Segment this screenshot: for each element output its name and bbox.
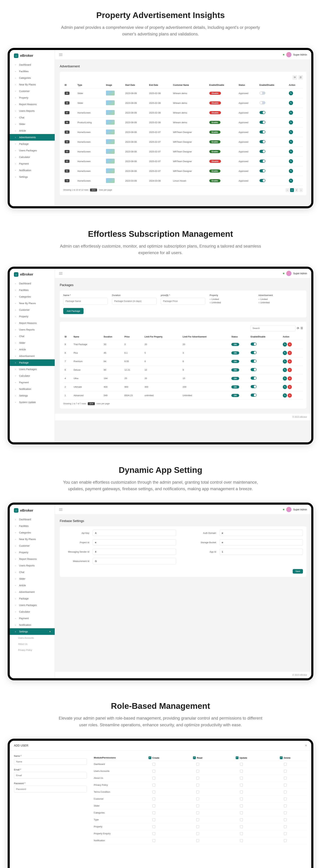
enable-toggle[interactable] <box>251 368 257 371</box>
refresh-icon[interactable]: ⟳ <box>297 327 299 330</box>
sidebar-item-payment[interactable]: ▫Payment <box>10 160 55 167</box>
sidebar-item-article[interactable]: ▫Article <box>10 582 55 589</box>
sidebar-item-dashboard[interactable]: ▫Dashboard <box>10 516 55 523</box>
checkbox-read[interactable] <box>196 784 199 786</box>
sidebar-item-dashboard[interactable]: ▫Dashboard <box>10 280 55 287</box>
sidebar-item-package[interactable]: ▫Package <box>10 359 55 366</box>
checkbox-update[interactable] <box>240 784 243 786</box>
sidebar-item-slider[interactable]: ▫Slider <box>10 340 55 346</box>
sidebar-item-calculator[interactable]: ▫Calculator <box>10 609 55 615</box>
sidebar-item-system-update[interactable]: ▫System Update <box>10 399 55 406</box>
checkbox-read[interactable] <box>196 832 199 835</box>
rows-per-page[interactable]: 10 ▾ <box>90 189 97 191</box>
sidebar-item-customer[interactable]: ▫Customer <box>10 88 55 94</box>
checkbox-delete[interactable] <box>284 832 287 835</box>
delete-button[interactable]: ✕ <box>288 376 292 380</box>
sidebar-item-calculator[interactable]: ▫Calculator <box>10 154 55 160</box>
edit-button[interactable]: ✎ <box>289 130 293 134</box>
checkbox-read[interactable] <box>196 825 199 828</box>
sidebar-item-settings[interactable]: ▫Settings <box>10 392 55 399</box>
close-icon[interactable]: ✕ <box>305 744 307 747</box>
sidebar-item-users-packages[interactable]: ▫Users Packages <box>10 147 55 154</box>
rows-per-page[interactable]: 10 ▾ <box>88 402 95 405</box>
edit-button[interactable]: ✎ <box>289 111 293 115</box>
checkbox-update[interactable] <box>240 777 243 779</box>
edit-button[interactable]: ✎ <box>289 169 293 173</box>
name-input[interactable] <box>63 298 108 305</box>
enable-toggle[interactable] <box>260 150 265 153</box>
user-menu[interactable]: Super Admin <box>283 271 307 276</box>
sidebar-item-facilities[interactable]: ▫Facilities <box>10 287 55 293</box>
sidebar-item-advertisements[interactable]: ▫Advertisements <box>10 134 55 141</box>
edit-button[interactable]: ✎ <box>283 351 287 355</box>
checkbox-create[interactable] <box>152 784 155 786</box>
sidebar-sub-privacy-policy[interactable]: Privacy Policy <box>10 647 55 653</box>
field-input[interactable] <box>93 549 176 555</box>
checkbox-delete[interactable] <box>284 804 287 807</box>
checkbox-update[interactable] <box>240 763 243 766</box>
checkbox-read[interactable] <box>196 839 199 842</box>
sidebar-item-notification[interactable]: ▫Notification <box>10 386 55 392</box>
delete-button[interactable]: ✕ <box>288 385 292 389</box>
edit-button[interactable]: ✎ <box>289 150 293 154</box>
checkbox-delete[interactable] <box>284 825 287 828</box>
checkbox-create[interactable] <box>152 770 155 773</box>
sidebar-item-near-by-places[interactable]: ▫Near By Places <box>10 81 55 88</box>
user-menu[interactable]: Super Admin <box>283 507 307 512</box>
sidebar-item-users-reports[interactable]: ▫Users Reports <box>10 562 55 569</box>
edit-button[interactable]: ✎ <box>283 342 287 346</box>
checkbox-delete[interactable] <box>284 839 287 842</box>
checkbox-delete[interactable] <box>284 811 287 814</box>
sidebar-item-customer[interactable]: ▫Customer <box>10 307 55 313</box>
field-input[interactable] <box>93 558 176 564</box>
enable-toggle[interactable] <box>260 159 265 163</box>
field-input[interactable] <box>93 530 176 536</box>
checkbox-create[interactable] <box>152 818 155 821</box>
edit-button[interactable]: ✎ <box>283 393 287 398</box>
sidebar-item-chat[interactable]: ▫Chat <box>10 114 55 121</box>
checkbox-delete[interactable] <box>284 763 287 766</box>
enable-toggle[interactable] <box>260 140 265 143</box>
sidebar-item-users-packages[interactable]: ▫Users Packages <box>10 366 55 373</box>
edit-button[interactable]: ✎ <box>289 179 293 183</box>
duration-input[interactable] <box>112 298 157 305</box>
checkbox-delete[interactable] <box>284 818 287 821</box>
pager-next[interactable]: › <box>299 188 303 192</box>
checkbox-update[interactable] <box>240 825 243 828</box>
radio-limited[interactable]: ○ Limited <box>209 298 254 301</box>
pager-prev[interactable]: ‹ <box>286 188 289 192</box>
checkbox-update[interactable] <box>240 811 243 814</box>
sidebar-item-slider[interactable]: ▫Slider <box>10 576 55 582</box>
sidebar-item-categories[interactable]: ▫Categories <box>10 293 55 300</box>
sidebar-item-article[interactable]: ▫Article <box>10 346 55 353</box>
sidebar-item-package[interactable]: ▫Package <box>10 595 55 602</box>
sidebar-item-article[interactable]: ▫Article <box>10 127 55 134</box>
enable-toggle[interactable] <box>251 351 257 354</box>
checkbox-read[interactable] <box>196 770 199 773</box>
checkbox-update-all[interactable] <box>236 756 238 759</box>
checkbox-delete[interactable] <box>284 777 287 779</box>
pager-page-1[interactable]: 1 <box>290 188 294 192</box>
sidebar-item-settings[interactable]: ▫Settings <box>10 174 55 180</box>
delete-button[interactable]: ✕ <box>288 342 292 346</box>
checkbox-delete[interactable] <box>284 790 287 793</box>
checkbox-read[interactable] <box>196 804 199 807</box>
enable-toggle[interactable] <box>251 376 257 380</box>
password-input[interactable] <box>14 786 87 792</box>
checkbox-create[interactable] <box>152 790 155 793</box>
sidebar-item-users-reports[interactable]: ▫Users Reports <box>10 107 55 114</box>
add-package-button[interactable]: Add Package <box>63 308 84 314</box>
delete-button[interactable]: ✕ <box>288 359 292 364</box>
checkbox-create[interactable] <box>152 839 155 842</box>
enable-toggle[interactable] <box>260 169 265 173</box>
sidebar-item-categories[interactable]: ▫Categories <box>10 75 55 81</box>
edit-button[interactable]: ✎ <box>289 91 293 95</box>
checkbox-read-all[interactable] <box>193 756 196 759</box>
sidebar-item-report-reasons[interactable]: ▫Report Reasons <box>10 320 55 327</box>
sidebar-item-advertisement[interactable]: ▫Advertisement <box>10 589 55 595</box>
sidebar-item-near-by-places[interactable]: ▫Near By Places <box>10 300 55 307</box>
checkbox-delete[interactable] <box>284 798 287 800</box>
checkbox-update[interactable] <box>240 839 243 842</box>
checkbox-create[interactable] <box>152 825 155 828</box>
checkbox-create[interactable] <box>152 811 155 814</box>
